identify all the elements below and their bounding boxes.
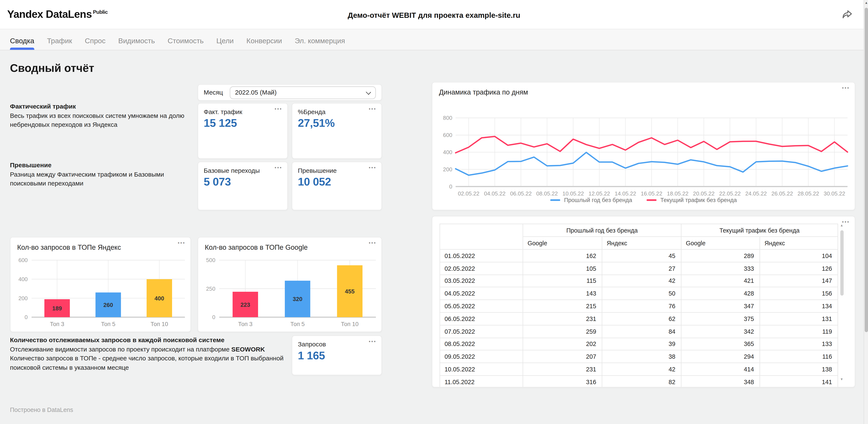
page-title: Сводный отчёт [10,62,94,74]
table-cell-date: 05.05.2022 [440,300,523,312]
table-cell-value: 62 [602,312,681,325]
chart-legend: Прошлый год без брендаТекущий трафик без… [432,196,855,203]
kpi-value: 10 052 [298,176,331,188]
table-cell-value: 138 [760,363,838,376]
note-title: Фактический трафик [10,102,198,111]
note-exceed: Превышение Разница между Фактическим тра… [10,160,198,188]
x-axis-tick-label: 24.05.22 [745,190,767,197]
table-group-header: Текущий трафик без бренда [681,224,838,237]
table-cell-value: 215 [523,300,602,312]
month-select-value: 2022.05 (Май) [235,89,277,96]
table-row: 04.05.202214350428156 [440,287,838,300]
tab-7[interactable]: Конверсии [246,29,282,50]
table-cell-value: 231 [523,363,602,376]
scroll-up-icon[interactable]: ▲ [840,224,844,227]
table-row: 10.05.202223142414138 [440,363,838,376]
table-cell-value: 82 [602,375,681,387]
more-menu-icon[interactable]: ••• [178,240,185,246]
table-cell-date: 11.05.2022 [440,375,523,387]
legend-item[interactable]: Текущий трафик без бренда [647,196,737,203]
bar-value-label: 189 [52,305,62,312]
top-queries-google-chart[interactable]: 0250500223Топ 3320Топ 5455Топ 10 [198,252,382,333]
kpi-card-brand-percent: ••• %Бренда 27,51% [292,103,382,159]
y-axis-tick-label: 250 [206,285,216,292]
month-filter-label: Месяц [204,89,223,96]
table-cell-value: 162 [523,249,602,262]
table-cell-value: 147 [760,275,838,287]
traffic-line-chart[interactable]: 02.05.2204.05.2206.05.2208.05.2210.05.22… [437,98,851,210]
table-column-header: Google [523,237,602,249]
table-cell-value: 131 [760,312,838,325]
y-axis-tick-label: 500 [206,257,216,263]
table-cell-date: 02.05.2022 [440,262,523,275]
table-column-header: Google [681,237,760,249]
table-scrollbar[interactable]: ▲ ▼ [840,224,844,381]
table-cell-value: 348 [681,375,760,387]
table-cell-value: 259 [523,325,602,338]
legend-item[interactable]: Прошлый год без бренда [550,196,632,203]
table-cell-value: 316 [523,375,602,387]
scroll-up-icon[interactable]: ▲ [864,1,868,4]
x-axis-tick-label: 14.05.22 [615,190,636,197]
bar-chart-card-google: Кол-во запросов в ТОПе Google ••• 025050… [198,237,382,332]
x-axis-tick-label: 10.05.22 [562,190,584,197]
bar-chart-card-yandex: Кол-во запросов в ТОПе Яндекс ••• 020040… [10,237,191,332]
tab-2[interactable]: Трафик [47,29,72,50]
table-cell-value: 143 [523,287,602,300]
table-cell-value: 333 [681,262,760,275]
note-queries: Количество отслеживаемых запросов в кажд… [10,335,289,372]
table-cell-date: 08.05.2022 [440,338,523,351]
kpi-label: %Бренда [298,109,326,115]
x-axis-tick-label: 22.05.22 [719,190,741,197]
legend-label: Прошлый год без бренда [564,196,632,203]
legend-swatch [647,199,656,201]
table-row: 01.05.202216245289104 [440,249,838,262]
more-menu-icon[interactable]: ••• [275,106,282,112]
tab-8[interactable]: Эл. коммерция [295,29,345,50]
scroll-down-icon[interactable]: ▼ [840,377,844,381]
tab-3[interactable]: Спрос [85,29,105,50]
table-scrollbar-thumb[interactable] [840,230,843,296]
table-cell-date: 07.05.2022 [440,325,523,338]
table-cell-value: 115 [523,275,602,287]
more-menu-icon[interactable]: ••• [369,339,376,344]
y-axis-tick-label: 400 [443,149,453,155]
table-cell-value: 375 [681,312,760,325]
bar-value-label: 260 [103,302,113,308]
table-cell-value: 231 [523,312,602,325]
table-group-header: Прошлый год без бренда [523,224,681,237]
table-cell-value: 27 [602,262,681,275]
y-axis-tick-label: 400 [19,276,28,282]
table-cell-value: 76 [602,300,681,312]
more-menu-icon[interactable]: ••• [369,165,376,171]
table-cell-value: 45 [602,249,681,262]
more-menu-icon[interactable]: ••• [369,240,376,246]
x-axis-tick-label: 02.05.22 [458,190,479,197]
tab-5[interactable]: Стоимость [167,29,204,50]
table-cell-value: 156 [760,287,838,300]
kpi-value: 5 073 [204,176,231,188]
tab-6[interactable]: Цели [216,29,234,50]
tab-bar: СводкаТрафикСпросВидимостьСтоимостьЦелиК… [0,29,868,50]
month-select[interactable]: 2022.05 (Май) [229,86,376,99]
note-title: Количество отслеживаемых запросов в кажд… [10,335,289,344]
table-cell-value: 116 [760,350,838,363]
more-menu-icon[interactable]: ••• [842,85,849,91]
table-cell-date: 03.05.2022 [440,275,523,287]
tab-4[interactable]: Видимость [118,29,155,50]
share-icon[interactable] [841,9,852,20]
more-menu-icon[interactable]: ••• [369,106,376,112]
table-cell-value: 119 [760,325,838,338]
page-scrollbar-thumb[interactable] [865,8,868,332]
table-cell-value: 134 [760,300,838,312]
table-row: 05.05.202221576347134 [440,300,838,312]
page-scrollbar[interactable]: ▲ [864,0,868,424]
more-menu-icon[interactable]: ••• [275,165,282,171]
table-cell-date: 04.05.2022 [440,287,523,300]
x-axis-tick-label: 18.05.22 [667,190,688,197]
tab-1[interactable]: Сводка [10,29,34,50]
top-queries-yandex-chart[interactable]: 0200400600189Топ 3260Топ 5400Топ 10 [10,252,192,333]
table-cell-value: 294 [681,350,760,363]
y-axis-tick-label: 0 [25,314,28,320]
kpi-value: 27,51% [298,117,335,129]
